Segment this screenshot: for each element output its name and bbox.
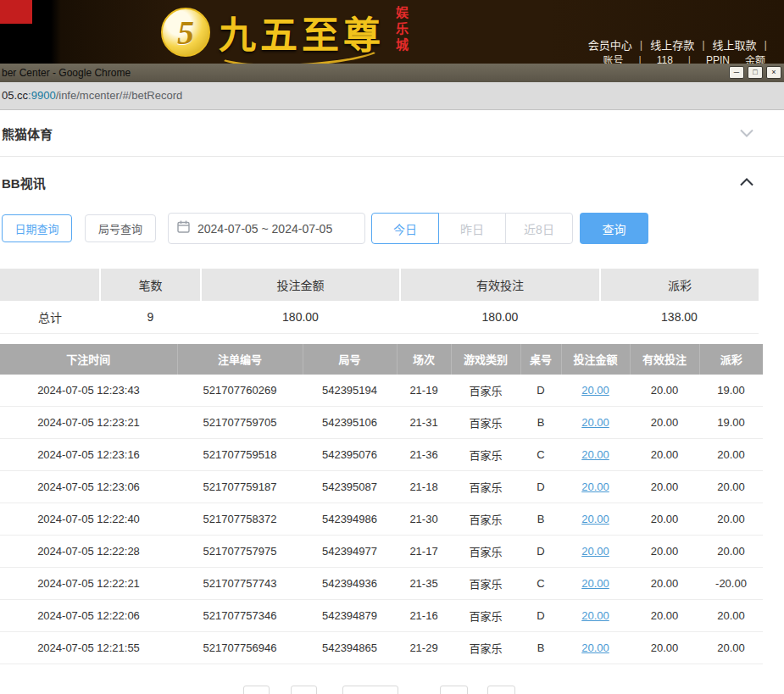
table-cell: 20.00 bbox=[699, 536, 763, 568]
pagination-button[interactable] bbox=[243, 686, 270, 694]
table-cell: 542394986 bbox=[303, 503, 397, 536]
browser-titlebar[interactable]: ber Center - Google Chrome ─ □ × bbox=[0, 64, 784, 82]
table-cell: 2024-07-05 12:22:06 bbox=[0, 600, 177, 632]
table-cell: 521707757975 bbox=[177, 536, 303, 568]
table-cell: 20.00 bbox=[630, 632, 699, 664]
quick-range-group: 今日 昨日 近8日 bbox=[371, 213, 573, 244]
bet-amount-link[interactable]: 20.00 bbox=[581, 641, 609, 654]
table-cell: 542395087 bbox=[303, 471, 397, 503]
pagination-button[interactable] bbox=[440, 686, 468, 694]
last-8-days-button[interactable]: 近8日 bbox=[505, 213, 573, 244]
column-header: 局号 bbox=[303, 344, 397, 375]
filter-bar: 日期查询 局号查询 2024-07-05 ~ 2024-07-05 今日 昨日 … bbox=[0, 208, 784, 257]
bet-amount-link[interactable]: 20.00 bbox=[581, 577, 609, 590]
nav-online-deposit[interactable]: 线上存款 bbox=[650, 36, 694, 53]
minimize-button[interactable]: ─ bbox=[729, 66, 744, 79]
table-cell: 521707757346 bbox=[177, 600, 303, 632]
table-cell: 20.00 bbox=[561, 600, 630, 632]
table-cell: 542395194 bbox=[303, 375, 397, 407]
bet-amount-link[interactable]: 20.00 bbox=[581, 480, 609, 493]
nav-separator: | bbox=[765, 38, 767, 51]
summary-header-bet-amount: 投注金额 bbox=[201, 269, 400, 301]
bet-amount-link[interactable]: 20.00 bbox=[581, 513, 609, 525]
table-cell: 20.00 bbox=[630, 439, 699, 471]
table-cell: 19.00 bbox=[699, 407, 763, 439]
bet-amount-link[interactable]: 20.00 bbox=[581, 416, 609, 429]
yesterday-button[interactable]: 昨日 bbox=[438, 213, 506, 244]
table-cell: 2024-07-05 12:21:55 bbox=[0, 632, 177, 664]
chevron-down-icon[interactable] bbox=[740, 125, 753, 141]
table-cell: B bbox=[520, 632, 561, 664]
site-logo-title: 九五至尊 bbox=[219, 5, 385, 59]
chevron-up-icon[interactable] bbox=[740, 175, 753, 190]
table-row: 2024-07-05 12:21:55521707756946542394865… bbox=[0, 632, 763, 664]
table-row: 2024-07-05 12:22:28521707757975542394977… bbox=[0, 536, 763, 568]
section-bb-video[interactable]: BB视讯 bbox=[0, 157, 784, 208]
table-cell: 521707757743 bbox=[177, 568, 303, 600]
pagination-input[interactable] bbox=[342, 686, 398, 694]
table-cell: 2024-07-05 12:23:06 bbox=[0, 471, 177, 503]
bet-amount-link[interactable]: 20.00 bbox=[581, 545, 609, 558]
date-query-button[interactable]: 日期查询 bbox=[2, 214, 72, 242]
section-title: 熊猫体育 bbox=[2, 125, 53, 142]
table-cell: 20.00 bbox=[561, 471, 630, 503]
address-bar[interactable]: 05.cc:9900/infe/mcenter/#/betRecord bbox=[0, 82, 784, 110]
table-cell: 20.00 bbox=[630, 407, 699, 439]
summary-header-count: 笔数 bbox=[100, 269, 201, 301]
today-button[interactable]: 今日 bbox=[371, 213, 439, 244]
table-cell: 20.00 bbox=[630, 503, 699, 536]
column-header: 派彩 bbox=[699, 344, 763, 375]
summary-bet-amount: 180.00 bbox=[201, 301, 400, 333]
summary-header-row: 笔数 投注金额 有效投注 派彩 bbox=[0, 269, 759, 301]
date-range-value: 2024-07-05 ~ 2024-07-05 bbox=[197, 222, 332, 236]
table-cell: 21-36 bbox=[397, 439, 451, 471]
table-cell: 521707756946 bbox=[177, 632, 303, 664]
red-corner-badge bbox=[0, 0, 32, 24]
table-row: 2024-07-05 12:23:16521707759518542395076… bbox=[0, 439, 763, 471]
table-cell: 521707759187 bbox=[177, 471, 303, 503]
column-header: 下注时间 bbox=[0, 344, 177, 375]
table-cell: 百家乐 bbox=[451, 471, 520, 503]
table-cell: 百家乐 bbox=[451, 536, 520, 568]
table-cell: 2024-07-05 12:23:21 bbox=[0, 407, 177, 439]
table-cell: 百家乐 bbox=[451, 407, 520, 439]
close-button[interactable]: × bbox=[766, 66, 781, 79]
bet-amount-link[interactable]: 20.00 bbox=[581, 609, 609, 622]
bet-table-header-row: 下注时间注单编号局号场次游戏类别桌号投注金额有效投注派彩 bbox=[0, 344, 763, 375]
table-cell: D bbox=[520, 600, 561, 632]
column-header: 投注金额 bbox=[561, 344, 630, 375]
date-range-picker[interactable]: 2024-07-05 ~ 2024-07-05 bbox=[168, 213, 365, 244]
url-host: 05.cc bbox=[2, 89, 28, 102]
table-cell: 百家乐 bbox=[451, 632, 520, 664]
search-button[interactable]: 查询 bbox=[580, 213, 648, 244]
table-row: 2024-07-05 12:23:43521707760269542395194… bbox=[0, 375, 763, 407]
pagination-button[interactable] bbox=[291, 686, 317, 694]
column-header: 桌号 bbox=[520, 344, 561, 375]
table-cell: B bbox=[520, 503, 561, 536]
table-cell: C bbox=[520, 439, 561, 471]
site-logo-subtitle: 娱乐城 bbox=[393, 6, 409, 58]
table-cell: 2024-07-05 12:22:21 bbox=[0, 568, 177, 600]
table-cell: 542395076 bbox=[303, 439, 397, 471]
table-cell: 20.00 bbox=[699, 503, 763, 536]
column-header: 注单编号 bbox=[177, 344, 303, 375]
summary-header-empty bbox=[0, 269, 100, 301]
pagination-button[interactable] bbox=[487, 686, 515, 694]
nav-member-center[interactable]: 会员中心 bbox=[588, 36, 632, 53]
table-cell: 2024-07-05 12:23:43 bbox=[0, 375, 177, 407]
nav-online-withdraw[interactable]: 线上取款 bbox=[713, 36, 757, 53]
bet-record-table: 下注时间注单编号局号场次游戏类别桌号投注金额有效投注派彩 2024-07-05 … bbox=[0, 344, 763, 665]
table-cell: C bbox=[520, 568, 561, 600]
table-cell: 19.00 bbox=[699, 375, 763, 407]
table-cell: D bbox=[520, 471, 561, 503]
table-cell: 20.00 bbox=[630, 568, 699, 600]
casino-site-header: 5 九五至尊 娱乐城 会员中心 | 线上存款 | 线上取款 | 账号 | 118… bbox=[0, 0, 784, 64]
table-cell: 20.00 bbox=[561, 632, 630, 664]
summary-header-valid-bet: 有效投注 bbox=[400, 269, 600, 301]
bet-amount-link[interactable]: 20.00 bbox=[581, 448, 609, 461]
round-query-button[interactable]: 局号查询 bbox=[85, 214, 156, 242]
maximize-button[interactable]: □ bbox=[748, 66, 763, 79]
table-cell: 20.00 bbox=[630, 536, 699, 568]
bet-amount-link[interactable]: 20.00 bbox=[581, 384, 609, 397]
section-panda-sports[interactable]: 熊猫体育 bbox=[0, 110, 784, 157]
